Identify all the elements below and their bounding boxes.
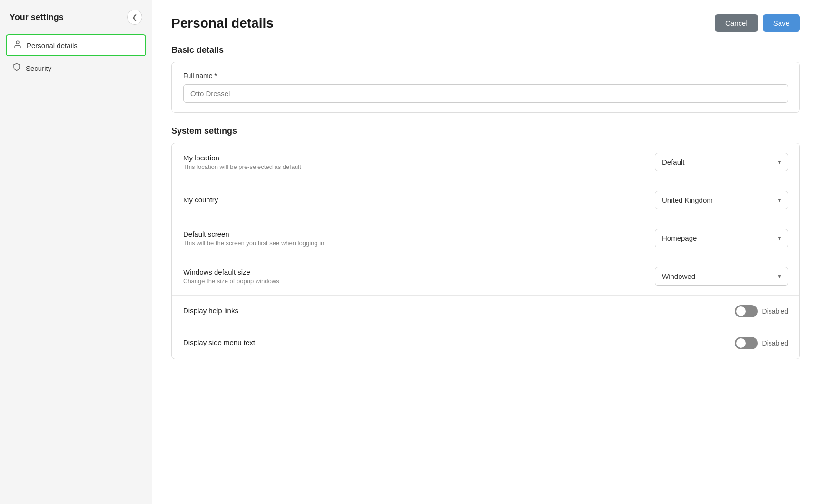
windows-default-size-select-wrapper: Windowed Maximized Fullscreen ▼	[655, 267, 788, 286]
full-name-row: Full name *	[172, 62, 799, 112]
default-screen-select-wrapper: Homepage Dashboard Reports ▼	[655, 229, 788, 247]
default-screen-info: Default screen This will be the screen y…	[183, 230, 655, 247]
display-help-links-control: Disabled	[655, 305, 788, 317]
save-button[interactable]: Save	[763, 14, 800, 32]
toggle-slider	[735, 305, 758, 317]
header-actions: Cancel Save	[715, 14, 800, 32]
my-location-row: My location This location will be pre-se…	[172, 143, 799, 181]
sidebar-nav: Personal details Security	[0, 32, 152, 82]
sidebar-header: Your settings ❮	[0, 0, 152, 32]
default-screen-select[interactable]: Homepage Dashboard Reports	[655, 229, 788, 247]
windows-default-size-desc: Change the size of popup windows	[183, 277, 655, 285]
display-help-links-info: Display help links	[183, 306, 655, 316]
display-help-links-toggle-wrapper: Disabled	[735, 305, 788, 317]
basic-details-card: Full name *	[171, 62, 800, 113]
sidebar-collapse-button[interactable]: ❮	[127, 10, 142, 25]
my-country-select[interactable]: United Kingdom United States France Germ…	[655, 191, 788, 209]
sidebar-item-security[interactable]: Security	[6, 58, 146, 78]
toggle-slider	[735, 337, 758, 349]
display-side-menu-text-toggle[interactable]	[735, 337, 758, 349]
windows-default-size-row: Windows default size Change the size of …	[172, 257, 799, 296]
my-location-control: Default Location 1 Location 2 ▼	[655, 153, 788, 171]
display-side-menu-text-label: Display side menu text	[183, 338, 655, 346]
sidebar-item-label-personal-details: Personal details	[27, 41, 78, 49]
page-title: Personal details	[171, 16, 274, 31]
svg-point-0	[16, 41, 19, 44]
my-location-info: My location This location will be pre-se…	[183, 154, 655, 170]
sidebar-item-label-security: Security	[26, 64, 51, 72]
display-side-menu-text-status: Disabled	[762, 339, 788, 347]
default-screen-row: Default screen This will be the screen y…	[172, 219, 799, 257]
default-screen-control: Homepage Dashboard Reports ▼	[655, 229, 788, 247]
my-country-label: My country	[183, 196, 655, 204]
page-header: Personal details Cancel Save	[171, 14, 800, 32]
my-country-info: My country	[183, 196, 655, 205]
my-location-select-wrapper: Default Location 1 Location 2 ▼	[655, 153, 788, 171]
my-country-row: My country United Kingdom United States …	[172, 181, 799, 219]
display-help-links-row: Display help links Disabled	[172, 296, 799, 327]
windows-default-size-label: Windows default size	[183, 268, 655, 276]
display-side-menu-text-info: Display side menu text	[183, 338, 655, 348]
system-settings-card: My location This location will be pre-se…	[171, 143, 800, 359]
system-settings-title: System settings	[171, 126, 800, 136]
full-name-input[interactable]	[183, 84, 788, 103]
display-side-menu-text-control: Disabled	[655, 337, 788, 349]
my-location-label: My location	[183, 154, 655, 162]
my-country-select-wrapper: United Kingdom United States France Germ…	[655, 191, 788, 209]
display-side-menu-text-toggle-wrapper: Disabled	[735, 337, 788, 349]
sidebar-title: Your settings	[10, 12, 64, 22]
basic-details-title: Basic details	[171, 45, 800, 55]
windows-default-size-info: Windows default size Change the size of …	[183, 268, 655, 285]
display-side-menu-text-row: Display side menu text Disabled	[172, 327, 799, 359]
basic-details-section: Basic details Full name *	[171, 45, 800, 113]
my-country-control: United Kingdom United States France Germ…	[655, 191, 788, 209]
my-location-select[interactable]: Default Location 1 Location 2	[655, 153, 788, 171]
default-screen-desc: This will be the screen you first see wh…	[183, 239, 655, 247]
system-settings-section: System settings My location This locatio…	[171, 126, 800, 359]
display-help-links-label: Display help links	[183, 306, 655, 315]
person-icon	[13, 40, 22, 50]
display-help-links-status: Disabled	[762, 307, 788, 315]
chevron-left-icon: ❮	[132, 13, 138, 21]
cancel-button[interactable]: Cancel	[715, 14, 758, 32]
my-location-desc: This location will be pre-selected as de…	[183, 163, 655, 170]
default-screen-label: Default screen	[183, 230, 655, 238]
full-name-label: Full name *	[183, 72, 788, 79]
main-content: Personal details Cancel Save Basic detai…	[152, 0, 819, 504]
display-help-links-toggle[interactable]	[735, 305, 758, 317]
sidebar: Your settings ❮ Personal details Securit…	[0, 0, 152, 504]
shield-icon	[12, 63, 21, 73]
windows-default-size-select[interactable]: Windowed Maximized Fullscreen	[655, 267, 788, 286]
windows-default-size-control: Windowed Maximized Fullscreen ▼	[655, 267, 788, 286]
sidebar-item-personal-details[interactable]: Personal details	[6, 34, 146, 56]
